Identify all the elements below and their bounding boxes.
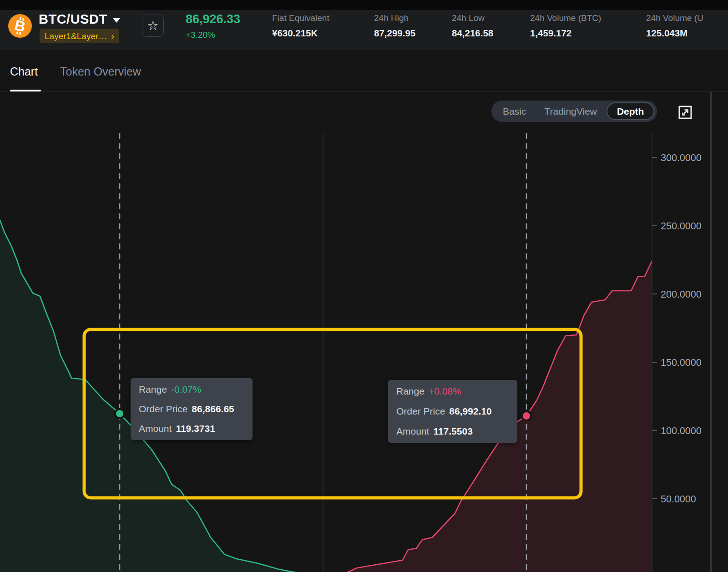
amount-label: Amount: [139, 423, 172, 434]
active-tab-underline: [10, 90, 41, 91]
category-tag[interactable]: Layer1&Layer… ›: [40, 29, 119, 43]
y-axis-tick-label: 300.0000: [661, 152, 702, 163]
expand-icon: [678, 105, 693, 120]
stat-value: 1,459.172: [530, 28, 571, 39]
depth-chart[interactable]: 300.0000250.0000200.0000150.0000100.0000…: [0, 133, 728, 572]
depth-chart-canvas[interactable]: 300.0000250.0000200.0000150.0000100.0000…: [0, 133, 728, 572]
stat-value: 125.043M: [646, 28, 688, 39]
tooltip-row: Order Price 86,992.10: [396, 406, 509, 417]
y-axis-tick-label: 200.0000: [661, 289, 702, 300]
price-change: +3.20%: [186, 30, 240, 40]
mode-tradingview-button[interactable]: TradingView: [536, 101, 606, 122]
price-block: 86,926.33 +3.20%: [186, 12, 240, 40]
stat-value: ¥630.215K: [272, 28, 318, 39]
tooltip-row: Order Price 86,866.65: [139, 404, 244, 415]
order-price-value: 86,992.10: [449, 406, 491, 417]
bid-marker-dot: [115, 409, 124, 418]
y-axis-tick-label: 250.0000: [661, 221, 702, 232]
bitcoin-icon: B: [8, 14, 32, 38]
tab-chart[interactable]: Chart: [10, 51, 38, 91]
tooltip-row: Range +0.08%: [396, 386, 509, 397]
range-value: +0.08%: [429, 386, 461, 397]
ticker-header: B BTC/USDT Layer1&Layer… › ☆ 86,926.33 +…: [0, 10, 728, 51]
y-axis-tick-label: 100.0000: [661, 425, 702, 436]
amount-value: 117.5503: [433, 426, 472, 437]
tab-token-overview-label: Token Overview: [60, 65, 141, 78]
trading-page: B BTC/USDT Layer1&Layer… › ☆ 86,926.33 +…: [0, 0, 728, 572]
mode-basic-button[interactable]: Basic: [494, 101, 535, 122]
amount-label: Amount: [396, 426, 429, 437]
bid-tooltip: Range -0.07% Order Price 86,866.65 Amoun…: [131, 378, 253, 440]
range-value: -0.07%: [171, 384, 202, 395]
stat-label: Fiat Equivalent: [272, 13, 329, 23]
star-icon: ☆: [147, 19, 158, 33]
order-price-value: 86,866.65: [192, 404, 234, 415]
y-axis-ticks: [652, 157, 657, 499]
ask-tooltip: Range +0.08% Order Price 86,992.10 Amoun…: [388, 380, 517, 443]
order-price-label: Order Price: [139, 404, 187, 415]
stat-value: 84,216.58: [452, 28, 493, 39]
favorite-button[interactable]: ☆: [142, 15, 164, 37]
mode-depth-button[interactable]: Depth: [607, 102, 655, 120]
chevron-right-icon: ›: [111, 31, 114, 42]
tooltip-row: Range -0.07%: [139, 384, 244, 395]
chart-controls-row: Basic TradingView Depth: [0, 92, 728, 133]
tooltip-row: Amount 117.5503: [396, 426, 509, 437]
stat-value: 87,299.95: [374, 28, 415, 39]
tooltip-row: Amount 119.3731: [139, 423, 244, 434]
stat-label: 24h Volume (U: [646, 13, 703, 23]
y-axis-tick-label: 50.0000: [661, 494, 696, 505]
stat-label: 24h Volume (BTC): [530, 13, 601, 23]
last-price: 86,926.33: [186, 12, 240, 26]
order-price-label: Order Price: [396, 406, 445, 417]
stat-label: 24h Low: [452, 13, 485, 23]
amount-value: 119.3731: [176, 423, 215, 434]
tab-chart-label: Chart: [10, 65, 38, 78]
stat-label: 24h High: [374, 13, 409, 23]
y-axis-tick-label: 150.0000: [661, 357, 702, 368]
pair-title: BTC/USDT: [39, 12, 107, 27]
pair-selector[interactable]: BTC/USDT: [39, 12, 120, 27]
top-strip: [0, 0, 728, 10]
panel-scrollbar[interactable]: [710, 92, 712, 572]
fullscreen-button[interactable]: [678, 105, 693, 120]
chevron-down-icon: [113, 18, 120, 23]
category-tag-label: Layer1&Layer…: [45, 31, 107, 41]
range-label: Range: [139, 384, 167, 395]
tab-token-overview[interactable]: Token Overview: [60, 51, 141, 91]
chart-mode-switcher: Basic TradingView Depth: [491, 101, 657, 122]
range-label: Range: [396, 386, 425, 397]
ask-marker-dot: [522, 411, 531, 420]
y-axis-labels: 300.0000250.0000200.0000150.0000100.0000…: [661, 152, 702, 505]
page-tabs: Chart Token Overview: [0, 51, 728, 92]
